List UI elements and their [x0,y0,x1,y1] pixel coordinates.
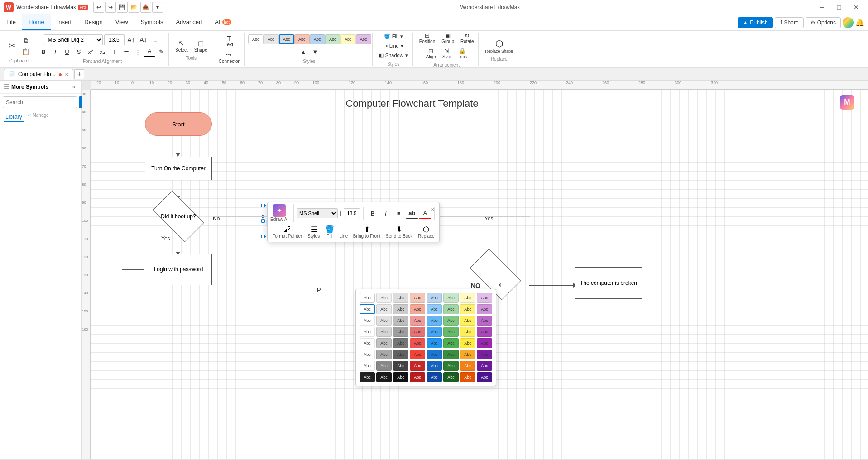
panel-swatch[interactable]: Abc [360,327,375,337]
ft-font-select[interactable]: MS Shell [297,208,338,218]
shadow-button[interactable]: ◧Shadow▾ [376,51,411,60]
document-tab[interactable]: 📄 Computer Flo... ● ✕ [4,69,73,80]
panel-swatch[interactable]: Abc [410,316,425,326]
export-button[interactable]: 📤 [140,2,151,13]
panel-swatch[interactable]: Abc [360,316,375,326]
ft-bring-to-front[interactable]: ⬆ Bring to Front [353,225,381,239]
notification-icon[interactable]: 🔔 [855,18,864,27]
panel-swatch[interactable]: Abc [376,372,392,382]
open-button[interactable]: 📂 [129,2,139,13]
panel-swatch[interactable]: Abc [410,293,425,303]
font-family-select[interactable]: MS Shell Dlg 2 [44,34,103,45]
copy-button[interactable]: ⧉ [19,35,32,46]
panel-swatch[interactable]: Abc [460,338,475,348]
panel-swatch[interactable]: Abc [393,304,408,314]
minimize-button[interactable]: ─ [814,1,830,14]
canvas[interactable]: Computer Flowchart Template Start Turn O… [91,90,868,459]
superscript-button[interactable]: x² [85,46,96,57]
paste-button[interactable]: 📋 [19,47,32,57]
more-quick-access[interactable]: ▾ [152,2,163,13]
strikethrough-button[interactable]: S [73,46,84,57]
panel-swatch[interactable]: Abc [443,304,459,314]
panel-swatch[interactable]: Abc [443,316,459,326]
text-color-btn[interactable]: A [144,46,155,57]
shape-start[interactable]: Start [145,112,212,136]
ft-text-bg[interactable]: ab [406,207,418,219]
menu-symbols[interactable]: Symbols [134,14,170,30]
panel-swatch[interactable]: Abc [460,372,475,382]
panel-swatch[interactable]: Abc [427,350,442,359]
font-size-input[interactable] [104,34,125,45]
user-avatar[interactable] [843,17,854,28]
style-swatch[interactable]: Abc [325,34,340,44]
panel-swatch[interactable]: Abc [443,361,459,371]
subscript-button[interactable]: x₂ [97,46,108,57]
panel-swatch[interactable]: Abc [460,316,475,326]
panel-swatch[interactable]: Abc [477,338,492,348]
panel-swatch[interactable]: Abc [393,338,408,348]
italic-button[interactable]: I [50,46,61,57]
ft-fill[interactable]: 🪣 Fill [325,225,334,239]
publish-button[interactable]: ▲Publish [738,17,772,28]
panel-swatch[interactable]: Abc [410,361,425,371]
panel-swatch[interactable]: Abc [393,350,408,359]
panel-swatch[interactable]: Abc [410,350,425,359]
menu-advanced[interactable]: Advanced [169,14,208,30]
panel-swatch[interactable]: Abc [477,372,492,382]
select-button[interactable]: ↖ Select [173,38,191,54]
style-swatch[interactable]: Abc [294,34,310,44]
menu-design[interactable]: Design [78,14,109,30]
panel-swatch[interactable]: Abc [376,304,392,314]
panel-swatch[interactable]: Abc [443,338,459,348]
highlight-btn[interactable]: ✎ [156,46,167,57]
panel-swatch[interactable]: Abc [410,338,425,348]
panel-swatch[interactable]: Abc [376,327,392,337]
ft-send-to-back[interactable]: ⬇ Send to Back [386,225,412,239]
sidebar-manage-link[interactable]: ✓ Manage [28,113,49,122]
style-swatch-selected[interactable]: Abc [279,34,294,44]
menu-file[interactable]: File [0,14,22,30]
menu-ai[interactable]: AI hot [208,14,238,30]
font-size-increase[interactable]: A↑ [126,34,137,45]
connector-button[interactable]: ⤳ Connector [216,49,242,65]
ft-format-painter[interactable]: 🖌 Format Painter [272,225,302,239]
close-button[interactable]: ✕ [848,1,864,14]
ft-close[interactable]: ✕ [427,203,438,215]
add-tab-button[interactable]: + [74,69,84,79]
panel-swatch[interactable]: Abc [427,304,442,314]
panel-swatch[interactable]: Abc [360,338,375,348]
align-button[interactable]: ≡ [150,34,161,45]
shape-did-boot[interactable]: Did it boot up? [145,198,212,235]
panel-swatch[interactable]: Abc [376,361,392,371]
panel-swatch[interactable]: Abc [360,361,375,371]
shape-right-diamond[interactable] [462,256,529,292]
panel-swatch[interactable]: Abc [460,304,475,314]
text-format-btn[interactable]: T [109,46,120,57]
sidebar-search-input[interactable] [3,96,77,108]
rotate-button[interactable]: ↻ Rotate [458,31,476,45]
style-swatch[interactable]: Abc [310,34,325,44]
ft-size-input[interactable] [344,208,360,218]
panel-swatch[interactable]: Abc [460,350,475,359]
group-button[interactable]: ▣ Group [439,31,457,45]
panel-swatch[interactable]: Abc [393,293,408,303]
list-btn[interactable]: ≔ [120,46,131,57]
tab-close[interactable]: ✕ [65,72,68,77]
panel-swatch[interactable]: Abc [477,316,492,326]
ft-align-center[interactable]: ≡ [393,207,405,219]
ft-styles[interactable]: ☰ Styles [307,225,320,239]
menu-home[interactable]: Home [22,14,51,30]
panel-swatch[interactable]: Abc [376,293,392,303]
replace-shape-button[interactable]: ⬡ Replace Shape [482,37,516,55]
panel-swatch[interactable]: Abc [410,372,425,382]
bullet-list-btn[interactable]: ⋮ [132,46,143,57]
panel-swatch[interactable]: Abc [460,293,475,303]
line-button[interactable]: ⊸Line▾ [381,42,406,50]
panel-swatch[interactable]: Abc [460,361,475,371]
panel-swatch[interactable]: Abc [393,327,408,337]
style-swatch[interactable]: Abc [356,34,371,44]
panel-swatch[interactable]: Abc [427,361,442,371]
redo-button[interactable]: ↪ [105,2,116,13]
shape-login[interactable]: Login with password [145,254,212,285]
ft-bold[interactable]: B [367,207,379,219]
